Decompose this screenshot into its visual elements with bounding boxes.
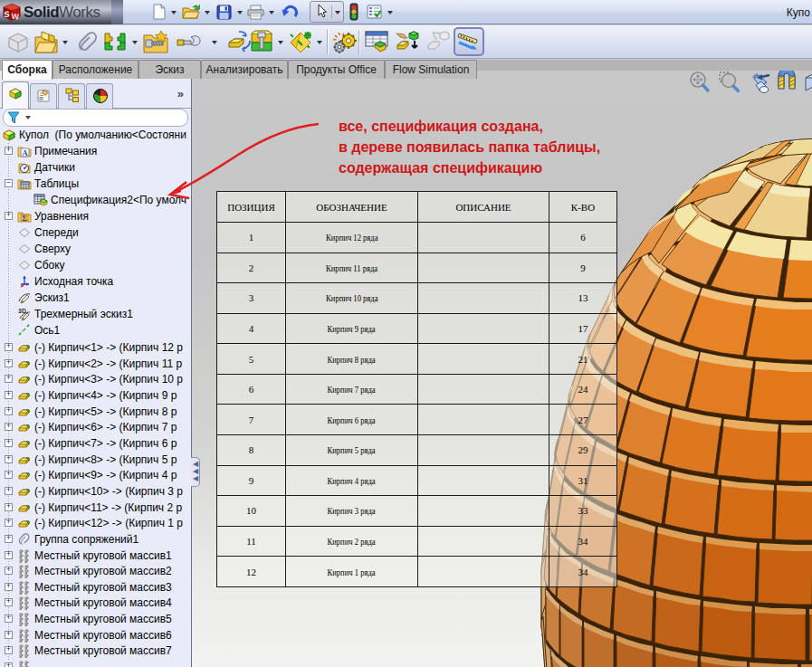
svg-text:SolidWorks: SolidWorks	[24, 4, 100, 21]
svg-text:W: W	[11, 12, 19, 22]
svg-text:Σ: Σ	[22, 214, 27, 223]
svg-text:S: S	[5, 10, 10, 20]
svg-text:A: A	[22, 148, 28, 157]
